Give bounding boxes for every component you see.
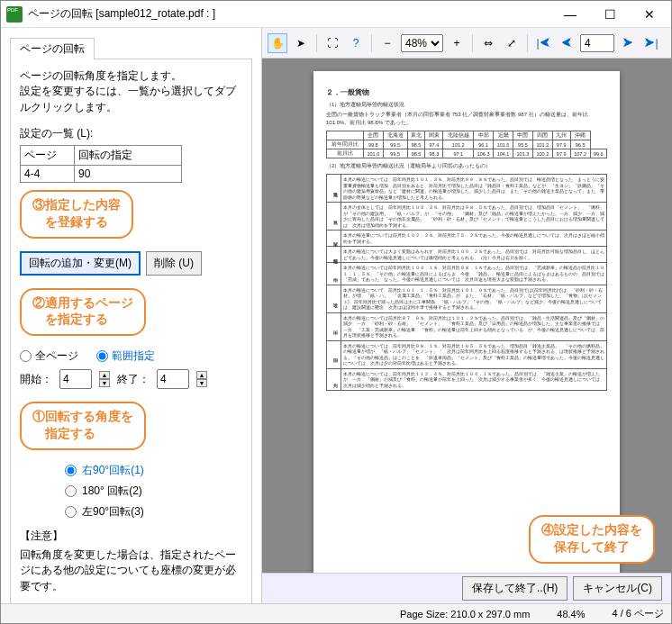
- callout-3: ③指定した内容 を登録する: [20, 190, 133, 239]
- app-icon: [6, 6, 23, 23]
- prev-page-icon[interactable]: ⮜: [557, 33, 577, 53]
- note-title: 【注意】: [20, 529, 242, 544]
- doc-table1: 全国北海道東北関東北陸信越中部近畿中国四国九州沖縄前年同月比99.899.598…: [326, 131, 607, 158]
- doc-heading: ２．一般貨物: [326, 87, 607, 97]
- cell-rotation: 90: [75, 166, 181, 182]
- help-icon[interactable]: ?: [346, 33, 366, 53]
- doc-sub1: （1）地方運輸局等管内輸送状況: [326, 101, 607, 109]
- rotate-options: 右90°回転(1) 180° 回転(2) 左90°回転(3): [65, 463, 242, 520]
- status-pagesize: Page Size: 210.0 x 297.0 mm: [400, 609, 530, 619]
- panel-inner: ページの回転角度を指定します。 設定を変更するには、一覧から選択してダブルクリッ…: [10, 59, 252, 603]
- cell-page: 4-4: [21, 166, 75, 182]
- first-page-icon[interactable]: |⮜: [533, 33, 553, 53]
- col-rotation: 回転の指定: [75, 146, 181, 165]
- table-row[interactable]: 4-4 90: [21, 166, 181, 182]
- scope-radios: 全ページ 範囲指定: [20, 348, 242, 364]
- next-page-icon[interactable]: ⮞: [618, 33, 638, 53]
- settings-panel: ページの回転 ページの回転角度を指定します。 設定を変更するには、一覧から選択し…: [1, 28, 262, 603]
- preview-area[interactable]: ２．一般貨物 （1）地方運輸局等管内輸送状況 全国の一般貨物トラック事業者（本月…: [262, 59, 671, 573]
- grid-icon[interactable]: ⛶: [322, 33, 342, 53]
- end-label: 終了：: [117, 372, 150, 387]
- save-exit-button[interactable]: 保存して終了..(H): [462, 576, 568, 601]
- maximize-button[interactable]: ☐: [590, 2, 630, 27]
- radio-right90[interactable]: 右90°回転(1): [65, 463, 242, 478]
- titlebar: ページの回転 [sample012_rotate.pdf : ] — ☐ ✕: [1, 1, 671, 28]
- fit-width-icon[interactable]: ⇔: [478, 33, 498, 53]
- list-label: 設定の一覧 (L):: [20, 126, 242, 141]
- end-spinner[interactable]: ▲▼: [196, 371, 207, 387]
- doc-sub1b: 全国の一般貨物トラック事業者（本月の回答事業者 753 社／調査対象事業者数 9…: [326, 111, 607, 127]
- callout-2: ②適用するページ を指定する: [20, 288, 146, 337]
- callout-1: ①回転する角度を 指定する: [20, 402, 146, 450]
- delete-button[interactable]: 削除 (U): [146, 251, 202, 276]
- end-input[interactable]: [157, 369, 189, 389]
- statusbar: Page Size: 210.0 x 297.0 mm 48.4% 4 / 6 …: [1, 603, 671, 623]
- note-body: 回転角度を変更した場合は、指定されたページにある他の設定についても座標の変更が必…: [20, 547, 242, 594]
- select-tool-icon[interactable]: ➤: [291, 33, 311, 53]
- start-label: 開始：: [20, 372, 52, 387]
- hand-tool-icon[interactable]: ✋: [268, 33, 287, 53]
- page-input[interactable]: [580, 34, 614, 52]
- page-preview: ２．一般貨物 （1）地方運輸局等管内輸送状況 全国の一般貨物トラック事業者（本月…: [313, 71, 620, 573]
- start-spinner[interactable]: ▲▼: [99, 371, 110, 387]
- preview-toolbar: ✋ ➤ ⛶ ? − 48% + ⇔ ⤢ |⮜ ⮜ ⮞ ⮞|: [262, 28, 671, 59]
- content-area: ページの回転 ページの回転角度を指定します。 設定を変更するには、一覧から選択し…: [1, 28, 671, 603]
- radio-left90[interactable]: 左90°回転(3): [65, 504, 242, 520]
- status-page: 4 / 6 ページ: [613, 607, 664, 620]
- callout-4: ④設定した内容を 保存して終了: [529, 515, 655, 564]
- add-change-button[interactable]: 回転の追加・変更(M): [20, 251, 141, 276]
- settings-table[interactable]: ページ 回転の指定 4-4 90: [20, 145, 182, 183]
- col-page: ページ: [21, 146, 75, 165]
- description-text: ページの回転角度を指定します。 設定を変更するには、一覧から選択してダブルクリッ…: [20, 68, 242, 115]
- fit-page-icon[interactable]: ⤢: [502, 33, 522, 53]
- cancel-button[interactable]: キャンセル(C): [573, 576, 662, 601]
- window-title: ページの回転 [sample012_rotate.pdf : ]: [28, 6, 550, 22]
- radio-allpages[interactable]: 全ページ: [20, 348, 78, 364]
- zoom-select[interactable]: 48%: [401, 34, 443, 52]
- close-button[interactable]: ✕: [630, 2, 669, 27]
- range-row: 開始： ▲▼ 終了： ▲▼: [20, 369, 242, 389]
- tab-rotate[interactable]: ページの回転: [10, 38, 95, 59]
- dialog-footer: 保存して終了..(H) キャンセル(C): [262, 573, 671, 603]
- start-input[interactable]: [59, 369, 92, 389]
- doc-table2: 北海道本月の輸送については、前年同月比１０１．３％、対前月比９９．８％であった。…: [326, 174, 607, 391]
- radio-180[interactable]: 180° 回転(2): [65, 484, 242, 499]
- preview-panel: ✋ ➤ ⛶ ? − 48% + ⇔ ⤢ |⮜ ⮜ ⮞ ⮞|: [262, 28, 671, 603]
- app-window: ページの回転 [sample012_rotate.pdf : ] — ☐ ✕ ペ…: [0, 0, 672, 624]
- radio-range[interactable]: 範囲指定: [96, 348, 155, 364]
- doc-sub2: （2）地方運輸局等管内輸送比況（運輸局等より回答のあったもの）: [326, 162, 607, 170]
- table-header: ページ 回転の指定: [21, 146, 181, 166]
- zoom-out-icon[interactable]: −: [377, 33, 397, 53]
- status-zoom: 48.4%: [557, 609, 585, 619]
- minimize-button[interactable]: —: [550, 2, 590, 27]
- last-page-icon[interactable]: ⮞|: [641, 33, 661, 53]
- zoom-in-icon[interactable]: +: [447, 33, 467, 53]
